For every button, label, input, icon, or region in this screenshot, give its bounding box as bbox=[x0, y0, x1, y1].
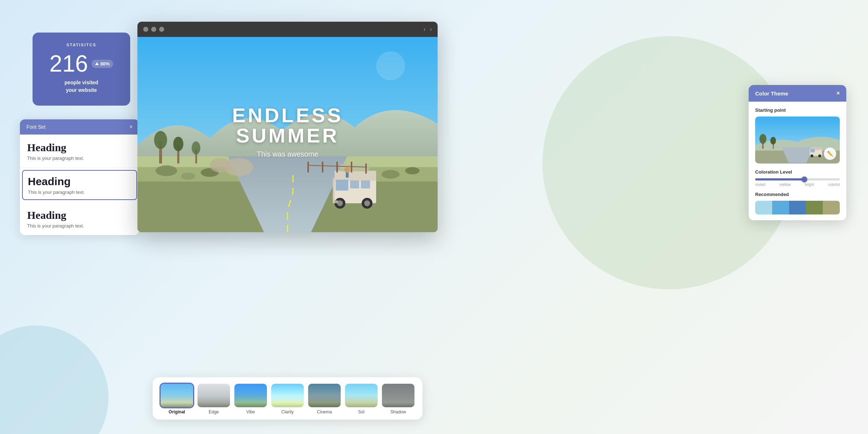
svg-rect-20 bbox=[361, 180, 370, 188]
browser-content: ENDLESS SUMMER This was awesome bbox=[137, 37, 438, 232]
coloration-label: Coloration Level bbox=[755, 169, 840, 175]
filter-thumb-original bbox=[161, 384, 193, 407]
browser-window: ‹ › bbox=[137, 22, 438, 232]
font-item-bold[interactable]: Heading This is your paragraph text. bbox=[22, 170, 137, 200]
label-mellow: mellow bbox=[779, 183, 791, 187]
svg-point-37 bbox=[376, 51, 405, 80]
font-para-2: This is your paragraph text. bbox=[28, 190, 131, 195]
svg-point-24 bbox=[364, 200, 370, 206]
svg-rect-19 bbox=[350, 180, 359, 188]
svg-point-5 bbox=[181, 173, 195, 180]
window-dot-1 bbox=[143, 27, 148, 32]
browser-titlebar: ‹ › bbox=[137, 22, 438, 37]
font-heading-1: Heading bbox=[27, 141, 132, 154]
stats-description: people visited your website bbox=[43, 79, 119, 94]
filter-label-sol: Sol bbox=[358, 409, 364, 414]
filter-thumb-sol bbox=[345, 384, 378, 407]
svg-point-48 bbox=[818, 154, 821, 157]
filter-preview-original bbox=[161, 384, 193, 407]
stats-badge: 80% bbox=[92, 60, 113, 68]
edit-image-button[interactable]: ✏️ bbox=[824, 148, 836, 160]
font-item-serif[interactable]: Heading This is your paragraph text. bbox=[20, 135, 139, 168]
filter-preview-cinema bbox=[308, 384, 341, 407]
font-set-card: Font Set × Heading This is your paragrap… bbox=[20, 119, 139, 235]
filter-label-vibe: Vibe bbox=[246, 409, 255, 414]
filter-vibe[interactable]: Vibe bbox=[234, 384, 267, 414]
filter-edge[interactable]: Edge bbox=[197, 384, 230, 414]
svg-rect-36 bbox=[346, 173, 349, 178]
label-muted: muted bbox=[755, 183, 765, 187]
filter-clarity[interactable]: Clarity bbox=[271, 384, 304, 414]
svg-point-41 bbox=[760, 134, 767, 144]
svg-rect-17 bbox=[340, 164, 369, 171]
hero-title: ENDLESS SUMMER bbox=[213, 105, 363, 146]
color-panel-header: Color Theme × bbox=[749, 85, 846, 102]
filter-thumb-shadow bbox=[382, 384, 414, 407]
filter-sol[interactable]: Sol bbox=[345, 384, 378, 414]
font-para-3: This is your paragraph text. bbox=[27, 223, 132, 229]
svg-point-8 bbox=[154, 131, 167, 149]
filter-thumb-cinema bbox=[308, 384, 341, 407]
label-bright: bright bbox=[805, 183, 814, 187]
svg-point-27 bbox=[382, 170, 400, 179]
swatch-1[interactable] bbox=[755, 201, 772, 214]
stats-number-row: 216 80% bbox=[43, 52, 119, 75]
bg-decoration-blue bbox=[0, 326, 109, 434]
coloration-slider-track[interactable] bbox=[755, 178, 840, 180]
coloration-slider-thumb[interactable] bbox=[801, 176, 807, 182]
filter-thumb-clarity bbox=[271, 384, 304, 407]
svg-rect-29 bbox=[307, 162, 309, 173]
font-item-display[interactable]: Heading This is your paragraph text. bbox=[20, 202, 139, 235]
filter-label-cinema: Cinema bbox=[317, 409, 332, 414]
svg-point-35 bbox=[344, 167, 350, 173]
color-panel-close-button[interactable]: × bbox=[837, 90, 840, 97]
label-colorful: colorful bbox=[828, 183, 840, 187]
color-image-preview: ✏️ bbox=[755, 116, 840, 163]
filter-preview-vibe bbox=[234, 384, 267, 407]
nav-forward-button[interactable]: › bbox=[430, 26, 432, 33]
swatch-3[interactable] bbox=[789, 201, 806, 214]
browser-window-controls bbox=[143, 27, 164, 32]
filter-label-shadow: Shadow bbox=[390, 409, 406, 414]
svg-point-4 bbox=[156, 165, 177, 176]
svg-rect-32 bbox=[351, 162, 352, 173]
font-card-close-button[interactable]: × bbox=[129, 124, 133, 130]
stats-title: STATISITCS bbox=[43, 43, 119, 47]
stats-percent: 80% bbox=[100, 61, 110, 67]
filter-thumb-edge bbox=[197, 384, 230, 407]
filter-preview-clarity bbox=[271, 384, 304, 407]
svg-rect-30 bbox=[322, 162, 323, 173]
swatch-5[interactable] bbox=[823, 201, 840, 214]
filter-thumb-vibe bbox=[234, 384, 267, 407]
coloration-labels: muted mellow bright colorful bbox=[755, 183, 840, 187]
swatch-4[interactable] bbox=[806, 201, 823, 214]
recommended-label: Recommended bbox=[755, 192, 840, 197]
svg-point-14 bbox=[210, 158, 231, 173]
filter-preview-shadow bbox=[382, 384, 414, 407]
svg-point-12 bbox=[192, 141, 200, 154]
nav-back-button[interactable]: ‹ bbox=[424, 26, 425, 33]
svg-point-10 bbox=[173, 137, 183, 151]
filter-cinema[interactable]: Cinema bbox=[308, 384, 341, 414]
font-heading-3: Heading bbox=[27, 209, 132, 222]
starting-point-label: Starting point bbox=[755, 107, 840, 113]
hero-subtitle: This was awesome bbox=[213, 150, 363, 158]
filter-label-edge: Edge bbox=[209, 409, 219, 414]
svg-rect-46 bbox=[810, 149, 815, 152]
filter-label-clarity: Clarity bbox=[281, 409, 294, 414]
svg-rect-26 bbox=[333, 178, 335, 203]
hero-image: ENDLESS SUMMER This was awesome bbox=[137, 37, 438, 232]
font-para-1: This is your paragraph text. bbox=[27, 156, 132, 161]
filter-shadow[interactable]: Shadow bbox=[382, 384, 414, 414]
coloration-section: Coloration Level muted mellow bright col… bbox=[755, 169, 840, 187]
stats-number: 216 bbox=[50, 52, 88, 75]
font-card-title: Font Set bbox=[26, 124, 46, 130]
recommended-swatches bbox=[755, 201, 840, 214]
color-theme-panel: Color Theme × Starting point bbox=[749, 85, 846, 220]
statistics-card: STATISITCS 216 80% people visited your w… bbox=[33, 33, 130, 106]
swatch-2[interactable] bbox=[772, 201, 789, 214]
svg-point-43 bbox=[770, 137, 776, 144]
filter-original[interactable]: Original bbox=[161, 384, 193, 414]
svg-rect-31 bbox=[336, 162, 338, 173]
svg-rect-33 bbox=[365, 163, 367, 174]
